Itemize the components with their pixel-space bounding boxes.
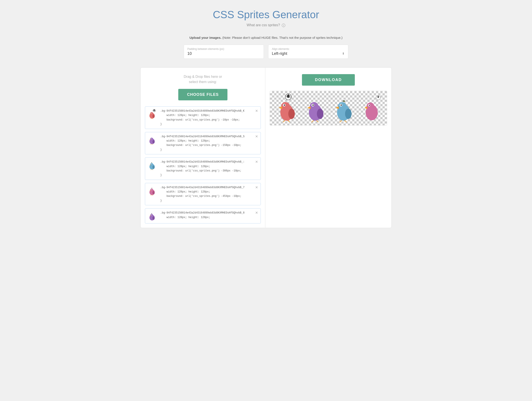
align-select[interactable]: Left-right Top-bottom Diagonal — [272, 51, 345, 56]
svg-point-16 — [150, 163, 153, 166]
sprite-item: .bg-94f4235150014e43a2d43164899eb83d8KXM… — [145, 208, 261, 223]
svg-line-13 — [151, 144, 152, 145]
svg-line-47 — [311, 120, 314, 122]
sprite-preview — [270, 91, 387, 125]
info-icon[interactable]: i — [282, 24, 285, 27]
svg-line-40 — [283, 120, 285, 122]
sprite-item: .bg-94f4235150014e43a2d43164899eb83d8KXM… — [145, 132, 261, 155]
bird-thumbnail-4 — [148, 185, 158, 196]
svg-line-48 — [316, 120, 318, 122]
bird-thumbnail-5 — [148, 211, 158, 221]
sprite-code-4: .bg-94f4235150014e43a2d43164899eb83d8KXM… — [160, 185, 253, 203]
svg-point-52 — [341, 104, 342, 106]
sprite-code-1: .bg-94f4235150014e43a2d43164899eb83d8KXM… — [160, 109, 253, 127]
svg-point-9 — [150, 138, 153, 141]
svg-point-23 — [150, 188, 153, 192]
download-button[interactable]: DOWNLOAD — [302, 74, 355, 86]
sprite-remove-1[interactable]: ✕ — [255, 109, 258, 113]
sprite-code-5: .bg-94f4235150014e43a2d43164899eb83d8KXM… — [160, 211, 253, 220]
sprite-thumbnail-1 — [148, 109, 158, 119]
sprite-remove-5[interactable]: ✕ — [255, 211, 258, 215]
svg-point-36 — [281, 102, 290, 111]
svg-point-5 — [152, 114, 155, 118]
align-label: Align elements: — [272, 47, 345, 51]
svg-line-14 — [152, 144, 153, 145]
svg-point-30 — [150, 214, 153, 217]
subtitle-text: What are css sprites? — [247, 23, 280, 27]
svg-point-50 — [338, 102, 347, 111]
sprite-thumbnail-5 — [148, 211, 158, 221]
svg-line-21 — [152, 169, 153, 170]
svg-line-55 — [344, 120, 347, 122]
svg-line-6 — [151, 118, 152, 119]
sprite-item: .bg-94f4235150014e43a2d43164899eb83d8KXM… — [145, 157, 261, 180]
svg-point-45 — [312, 104, 314, 106]
svg-point-53 — [345, 109, 352, 119]
bird-thumbnail-2 — [148, 134, 158, 145]
svg-point-4 — [151, 113, 152, 113]
sprite-remove-3[interactable]: ✕ — [255, 160, 258, 164]
svg-point-59 — [369, 105, 370, 106]
sprite-item: .bg-94f4235150014e43a2d43164899eb83d8KXM… — [145, 183, 261, 206]
svg-point-25 — [151, 189, 152, 190]
sprite-remove-4[interactable]: ✕ — [255, 186, 258, 189]
padding-label: Padding between elements (px): — [187, 47, 260, 51]
sprite-item: .bg-94f4235150014e43a2d43164899eb83d8KXM… — [145, 106, 261, 129]
sprite-thumbnail-2 — [148, 134, 158, 145]
sprite-code-3: .bg-94f4235150014e43a2d43164899eb83d8KXM… — [160, 160, 253, 178]
options-row: Padding between elements (px): 10 Align … — [184, 45, 348, 59]
svg-line-27 — [151, 195, 152, 195]
svg-point-33 — [152, 216, 155, 220]
sprite-remove-2[interactable]: ✕ — [255, 135, 258, 138]
svg-point-38 — [284, 104, 285, 106]
sprite-thumbnail-4 — [148, 185, 158, 196]
right-panel: DOWNLOAD — [265, 68, 391, 228]
svg-point-11 — [151, 138, 152, 139]
svg-point-57 — [367, 103, 374, 110]
svg-point-46 — [317, 109, 323, 119]
svg-line-7 — [152, 118, 153, 119]
svg-point-12 — [152, 140, 155, 143]
svg-point-19 — [152, 165, 155, 169]
upload-note: Upload your images. (Note: Please don't … — [140, 36, 392, 39]
svg-point-39 — [288, 109, 295, 119]
bird-thumbnail-3 — [148, 160, 158, 170]
svg-point-43 — [310, 102, 318, 111]
svg-line-54 — [340, 120, 342, 122]
sprite-sheet-svg — [272, 93, 385, 123]
drag-drop-text: Drag & Drop files here or select them us… — [145, 74, 261, 84]
main-panel: Drag & Drop files here or select them us… — [140, 67, 392, 228]
choose-files-button[interactable]: CHOOSE FILES — [178, 89, 227, 100]
sprite-thumbnail-3 — [148, 160, 158, 170]
svg-point-32 — [151, 215, 152, 215]
page-title: CSS Sprites Generator — [140, 9, 392, 21]
svg-line-41 — [288, 120, 290, 122]
svg-line-28 — [152, 195, 153, 195]
svg-line-20 — [151, 169, 152, 170]
svg-point-2 — [150, 112, 153, 115]
left-panel: Drag & Drop files here or select them us… — [141, 68, 265, 228]
bird-thumbnail-1 — [148, 109, 158, 119]
padding-value[interactable]: 10 — [187, 51, 260, 56]
padding-option: Padding between elements (px): 10 — [184, 45, 264, 59]
svg-point-18 — [151, 164, 152, 164]
svg-point-26 — [152, 191, 155, 194]
align-option: Align elements: Left-right Top-bottom Di… — [268, 45, 348, 59]
sprite-code-2: .bg-94f4235150014e43a2d43164899eb83d8KXM… — [160, 134, 253, 152]
